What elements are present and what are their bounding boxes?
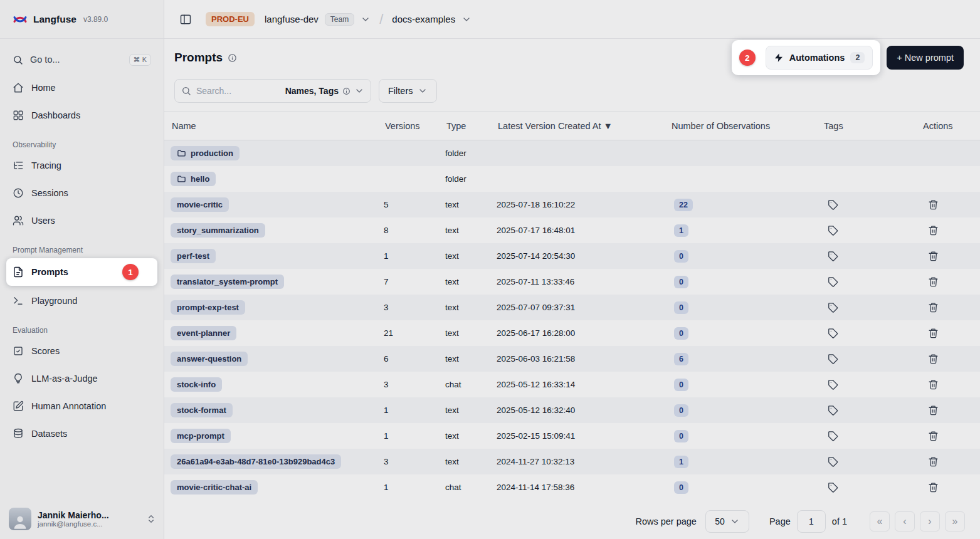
sidebar-item-llm-as-a-judge[interactable]: LLM-as-a-Judge [6,366,157,391]
table-row[interactable]: event-planner 21 text 2025-06-17 16:28:0… [164,320,980,346]
tag-button[interactable] [825,274,841,290]
delete-prompt-button[interactable] [925,197,941,212]
prompt-name-badge[interactable]: event-planner [171,326,236,340]
sidebar-item-tracing[interactable]: Tracing [6,153,157,178]
column-header-observations[interactable]: Number of Observations [670,121,823,131]
sidebar-toggle-icon[interactable] [179,13,192,26]
delete-prompt-button[interactable] [925,454,941,469]
delete-prompt-button[interactable] [925,377,941,392]
info-icon[interactable] [228,53,237,63]
prompt-name-badge[interactable]: story_summarization [171,223,265,238]
last-page-button[interactable]: » [945,511,965,531]
sidebar-item-home[interactable]: Home [6,75,157,100]
tag-button[interactable] [825,351,841,367]
new-prompt-button[interactable]: + New prompt [887,46,964,70]
delete-prompt-button[interactable] [925,402,941,418]
datasets-icon [13,428,24,439]
table-row[interactable]: mcp-prompt 1 text 2025-02-15 15:09:41 0 [164,423,980,449]
environment-badge: PROD-EU [206,12,255,26]
go-to-label: Go to... [30,55,60,65]
column-header-versions[interactable]: Versions [384,121,445,131]
chevron-down-icon[interactable] [461,14,472,24]
go-to-search-button[interactable]: Go to... ⌘ K [6,48,157,71]
sidebar-item-scores[interactable]: Scores [6,338,157,364]
delete-prompt-button[interactable] [925,222,941,238]
prompt-name-badge[interactable]: hello [171,172,216,186]
prompt-name: answer-question [177,354,241,364]
user-account-menu[interactable]: Jannik Maierho... jannik@langfuse.c... [0,500,164,539]
first-page-button[interactable]: « [870,511,890,531]
tag-button[interactable] [825,377,841,392]
prompt-name-badge[interactable]: prompt-exp-test [171,300,245,315]
prompt-name-badge[interactable]: perf-test [171,249,216,263]
tag-button[interactable] [825,248,841,264]
sidebar-item-dashboards[interactable]: Dashboards [6,103,157,128]
tag-button[interactable] [825,300,841,315]
tag-button[interactable] [825,454,841,469]
prompt-name-badge[interactable]: translator_system-prompt [171,275,284,289]
column-header-name[interactable]: Name [171,121,384,131]
sidebar-item-sessions[interactable]: Sessions [6,181,157,206]
type-cell: text [445,354,497,364]
prompt-name-badge[interactable]: movie-critic-chat-ai [171,480,258,495]
prompt-name-badge[interactable]: movie-critic [171,197,229,212]
filters-button[interactable]: Filters [379,79,437,103]
page-number-input[interactable] [797,510,826,533]
delete-prompt-button[interactable] [925,325,941,341]
delete-prompt-button[interactable] [925,479,941,495]
versions-cell: 1 [384,406,445,415]
prompt-name-badge[interactable]: stock-info [171,377,222,392]
table-row[interactable]: perf-test 1 text 2025-07-14 20:54:30 0 [164,243,980,269]
table-header: Name Versions Type Latest Version Create… [164,112,980,140]
tag-button[interactable] [825,428,841,444]
delete-prompt-button[interactable] [925,300,941,315]
table-row[interactable]: 26a61a94-e3ab-48d7-81e0-13b929bad4c3 3 t… [164,449,980,474]
tag-button[interactable] [825,479,841,495]
delete-prompt-button[interactable] [925,248,941,264]
page-title: Prompts [174,51,223,65]
table-row[interactable]: movie-critic 5 text 2025-07-18 16:10:22 … [164,192,980,217]
prompt-name-badge[interactable]: 26a61a94-e3ab-48d7-81e0-13b929bad4c3 [171,454,341,469]
search-input[interactable] [196,86,280,96]
table-row[interactable]: movie-critic-chat-ai 1 chat 2024-11-14 1… [164,474,980,500]
chevron-down-icon[interactable] [361,14,371,24]
prompt-name-badge[interactable]: stock-format [171,403,233,417]
column-header-type[interactable]: Type [445,121,497,131]
prompt-name-badge[interactable]: answer-question [171,352,248,366]
column-header-tags[interactable]: Tags [823,121,922,131]
tag-button[interactable] [825,197,841,212]
search-scope-select[interactable]: Names, Tags [285,86,364,96]
prompt-name-badge[interactable]: mcp-prompt [171,429,231,443]
observations-count-badge: 6 [674,353,688,365]
tag-button[interactable] [825,222,841,238]
table-row[interactable]: story_summarization 8 text 2025-07-17 16… [164,217,980,243]
prompt-name: stock-format [177,406,226,415]
previous-page-button[interactable]: ‹ [895,511,915,531]
sidebar-item-datasets[interactable]: Datasets [6,421,157,446]
rows-per-page-select[interactable]: 50 [705,510,749,533]
table-row[interactable]: production folder [164,140,980,166]
sidebar-item-prompts[interactable]: Prompts 1 [6,258,157,286]
column-header-created-at[interactable]: Latest Version Created At ▼ [497,121,670,131]
organization-name[interactable]: langfuse-dev [265,14,319,24]
tag-button[interactable] [825,325,841,341]
chevron-down-icon [418,86,428,96]
delete-prompt-button[interactable] [925,351,941,367]
delete-prompt-button[interactable] [925,428,941,444]
table-row[interactable]: answer-question 6 text 2025-06-03 16:21:… [164,346,980,372]
table-row[interactable]: stock-format 1 text 2025-05-12 16:32:40 … [164,397,980,423]
table-row[interactable]: stock-info 3 chat 2025-05-12 16:33:14 0 [164,372,980,397]
tag-button[interactable] [825,402,841,418]
next-page-button[interactable]: › [920,511,940,531]
section-title-evaluation: Evaluation [13,326,151,335]
delete-prompt-button[interactable] [925,274,941,290]
table-row[interactable]: hello folder [164,166,980,192]
prompt-name-badge[interactable]: production [171,146,240,160]
sidebar-item-human-annotation[interactable]: Human Annotation [6,394,157,419]
automations-button[interactable]: Automations 2 [766,46,873,70]
sidebar-item-users[interactable]: Users [6,208,157,233]
sidebar-item-playground[interactable]: Playground [6,288,157,313]
table-row[interactable]: translator_system-prompt 7 text 2025-07-… [164,269,980,295]
project-name[interactable]: docs-examples [392,14,455,24]
table-row[interactable]: prompt-exp-test 3 text 2025-07-07 09:37:… [164,295,980,320]
